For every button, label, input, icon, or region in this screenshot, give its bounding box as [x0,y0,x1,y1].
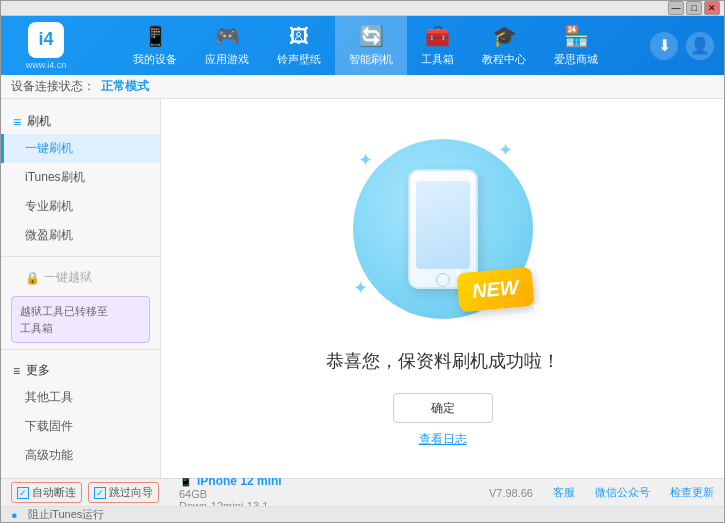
nav-bar: 📱 我的设备 🎮 应用游戏 🖼 铃声壁纸 🔄 智能刷机 🧰 工具箱 🎓 [81,16,650,75]
nav-wallpaper-label: 铃声壁纸 [277,52,321,67]
sidebar-locked-label: 一键越狱 [44,269,92,286]
nav-my-device[interactable]: 📱 我的设备 [119,16,191,75]
service-link[interactable]: 客服 [553,485,575,500]
nav-tutorial-label: 教程中心 [482,52,526,67]
success-message: 恭喜您，保资料刷机成功啦！ [326,349,560,373]
content-area: ✦ ✦ ✦ NEW 恭喜您，保资料刷机成功啦！ 确定 查看日志 [161,99,724,478]
sidebar-notice: 越狱工具已转移至工具箱 [11,296,150,343]
header: i4 www.i4.cn 📱 我的设备 🎮 应用游戏 🖼 铃声壁纸 🔄 智能刷机… [1,16,724,75]
sidebar-other-tools[interactable]: 其他工具 [1,383,160,412]
confirm-button[interactable]: 确定 [393,393,493,423]
check-update-link[interactable]: 检查更新 [670,485,714,500]
auto-disconnect-label: 自动断连 [32,485,76,500]
connection-status: 正常模式 [101,78,149,95]
daily-link[interactable]: 查看日志 [419,431,467,448]
tutorial-icon: 🎓 [492,24,516,48]
my-device-icon: 📱 [143,24,167,48]
sidebar-flash-label: 刷机 [27,113,51,130]
phone-screen [416,181,470,269]
new-badge: NEW [456,267,534,312]
logo: i4 www.i4.cn [11,22,81,70]
logo-subtitle: www.i4.cn [26,60,67,70]
nav-tools-label: 工具箱 [421,52,454,67]
device-storage: 64GB [179,488,282,500]
nav-mall[interactable]: 🏪 爱思商城 [540,16,612,75]
apps-icon: 🎮 [215,24,239,48]
phone-illustration: ✦ ✦ ✦ NEW [343,129,543,329]
header-right: ⬇ 👤 [650,32,714,60]
account-button[interactable]: 👤 [686,32,714,60]
close-button[interactable]: ✕ [704,1,720,15]
sidebar-advanced[interactable]: 高级功能 [1,441,160,470]
sidebar-one-click-flash[interactable]: 一键刷机 [1,134,160,163]
titlebar: — □ ✕ [1,1,724,16]
status-right: V7.98.66 客服 微信公众号 检查更新 [489,485,714,500]
nav-apps-label: 应用游戏 [205,52,249,67]
skip-wizard-check-icon: ✓ [94,487,106,499]
sidebar-more-section: ≡ 更多 [1,356,160,383]
nav-smart-flash-label: 智能刷机 [349,52,393,67]
version-number: V7.98.66 [489,487,533,499]
sidebar-more-label: 更多 [26,362,50,379]
nav-mall-label: 爱思商城 [554,52,598,67]
sidebar-itunes-flash[interactable]: iTunes刷机 [1,163,160,192]
sparkle-2: ✦ [498,139,513,161]
wechat-link[interactable]: 微信公众号 [595,485,650,500]
nav-apps[interactable]: 🎮 应用游戏 [191,16,263,75]
sidebar: ≡ 刷机 一键刷机 iTunes刷机 专业刷机 微盈刷机 🔒 一键越狱 越狱工具… [1,99,161,478]
sidebar-pro-flash[interactable]: 专业刷机 [1,192,160,221]
bottom-bar: ● 阻止iTunes运行 [1,506,724,522]
auto-disconnect-check-icon: ✓ [17,487,29,499]
maximize-button[interactable]: □ [686,1,702,15]
sidebar-flash-section: ≡ 刷机 [1,107,160,134]
skip-wizard-label: 跳过向导 [109,485,153,500]
nav-tools[interactable]: 🧰 工具箱 [407,16,468,75]
sidebar-download-firmware[interactable]: 下载固件 [1,412,160,441]
more-section-icon: ≡ [13,364,20,378]
sparkle-3: ✦ [353,277,368,299]
itunes-label: 阻止iTunes运行 [28,507,105,522]
flash-section-icon: ≡ [13,114,21,130]
itunes-status-dot: ● [11,509,18,521]
smart-flash-icon: 🔄 [359,24,383,48]
connection-bar: 设备连接状态： 正常模式 [1,75,724,99]
connection-prefix: 设备连接状态： [11,78,95,95]
sidebar-divider-2 [1,349,160,350]
sidebar-notice-text: 越狱工具已转移至工具箱 [20,305,108,334]
nav-my-device-label: 我的设备 [133,52,177,67]
logo-icon: i4 [28,22,64,58]
mall-icon: 🏪 [564,24,588,48]
lock-icon: 🔒 [25,271,40,285]
sidebar-divider-1 [1,256,160,257]
tools-icon: 🧰 [426,24,450,48]
wallpaper-icon: 🖼 [287,24,311,48]
nav-tutorial[interactable]: 🎓 教程中心 [468,16,540,75]
phone-body [408,169,478,289]
statusbar: ✓ 自动断连 ✓ 跳过向导 📱 iPhone 12 mini 64GB Down… [1,478,724,506]
nav-smart-flash[interactable]: 🔄 智能刷机 [335,16,407,75]
sparkle-1: ✦ [358,149,373,171]
download-button[interactable]: ⬇ [650,32,678,60]
auto-disconnect-checkbox[interactable]: ✓ 自动断连 [11,482,82,503]
sidebar-micro-flash[interactable]: 微盈刷机 [1,221,160,250]
status-left: ✓ 自动断连 ✓ 跳过向导 [11,482,159,503]
phone-home-button [436,273,450,287]
sidebar-jailbreak-locked: 🔒 一键越狱 [1,263,160,292]
nav-wallpaper[interactable]: 🖼 铃声壁纸 [263,16,335,75]
minimize-button[interactable]: — [668,1,684,15]
skip-wizard-checkbox[interactable]: ✓ 跳过向导 [88,482,159,503]
